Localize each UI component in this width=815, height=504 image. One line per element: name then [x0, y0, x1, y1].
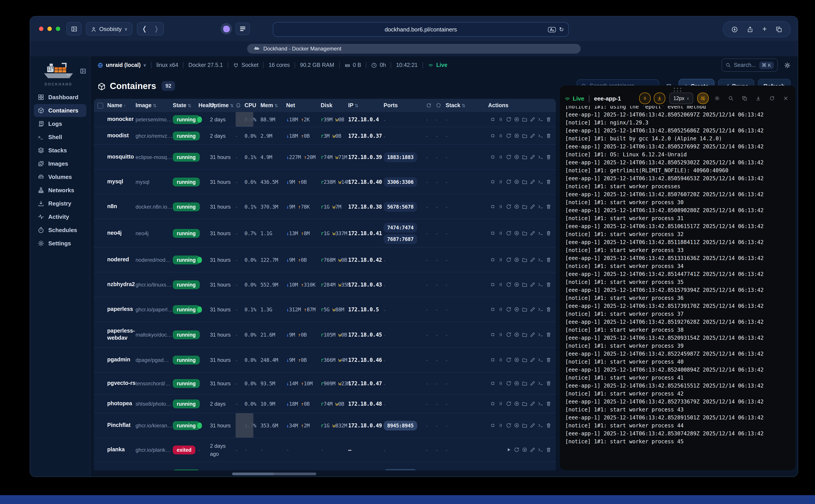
global-search-input[interactable]: Search...⌘ K: [721, 58, 778, 72]
stop-action-button[interactable]: [490, 423, 496, 428]
sidebar-item-settings[interactable]: Settings: [34, 237, 86, 250]
logs-eye-action-button[interactable]: [514, 116, 520, 122]
pause-action-button[interactable]: [498, 154, 504, 160]
trash-action-button[interactable]: [546, 257, 551, 263]
trash-action-button[interactable]: [546, 423, 551, 428]
url-bar[interactable]: dockhand.bor6.pl/containers Aₓ ↻: [273, 22, 569, 37]
restart-action-button[interactable]: [506, 116, 512, 122]
edit-action-button[interactable]: [530, 154, 536, 160]
restart-action-button[interactable]: [506, 423, 512, 428]
stop-action-button[interactable]: [490, 179, 496, 185]
zoom-window-button[interactable]: [56, 27, 60, 31]
container-row-neo4j[interactable]: neo4jneo4jrunning-31 hours-0.7%1.1G↓13M …: [94, 219, 556, 248]
stop-action-button[interactable]: [490, 116, 496, 122]
edit-action-button[interactable]: [530, 423, 536, 428]
edit-action-button[interactable]: [530, 357, 536, 363]
container-row-planka[interactable]: plankaghcr.io/plank…exited-2 days ago---…: [94, 438, 556, 462]
reader-button[interactable]: [236, 23, 250, 35]
horizontal-scrollbar[interactable]: [232, 473, 316, 475]
stop-action-button[interactable]: [490, 204, 496, 209]
console-action-button[interactable]: [538, 179, 543, 185]
container-row-paperless[interactable]: paperlessghcr.io/paperl…running-31 hours…: [94, 297, 556, 322]
column-header-cpu[interactable]: CPU: [245, 102, 260, 109]
sidebar-item-dashboard[interactable]: Dashboard: [34, 91, 86, 104]
logs-eye-action-button[interactable]: [514, 179, 520, 185]
files-action-button[interactable]: [522, 179, 528, 185]
pause-action-button[interactable]: [498, 282, 504, 287]
trash-action-button[interactable]: [546, 116, 551, 122]
edit-action-button[interactable]: [530, 116, 536, 122]
log-brightness-button[interactable]: [712, 93, 722, 104]
pause-action-button[interactable]: [498, 306, 504, 312]
stop-action-button[interactable]: [490, 257, 496, 263]
restart-action-button[interactable]: [514, 447, 520, 453]
console-action-button[interactable]: [538, 447, 543, 453]
files-action-button[interactable]: [522, 423, 528, 428]
play-action-button[interactable]: [506, 447, 512, 453]
edit-action-button[interactable]: [530, 332, 536, 337]
column-header-actions[interactable]: Actions: [463, 102, 556, 109]
edit-action-button[interactable]: [530, 179, 536, 185]
column-header-uptime[interactable]: Uptime⇅: [210, 102, 236, 109]
pause-action-button[interactable]: [498, 401, 504, 407]
trash-action-button[interactable]: [546, 204, 551, 209]
trash-action-button[interactable]: [546, 380, 551, 386]
files-action-button[interactable]: [522, 133, 528, 139]
console-action-button[interactable]: [538, 332, 543, 337]
sidebar-toggle-button[interactable]: [66, 22, 81, 35]
edit-action-button[interactable]: [530, 401, 536, 407]
container-row-mosquitto[interactable]: mosquittoeclipse-mosq…running-31 hours-0…: [94, 145, 556, 170]
stop-action-button[interactable]: [490, 332, 496, 337]
column-header-disk[interactable]: Disk: [321, 102, 348, 109]
column-header-ports[interactable]: Ports: [384, 102, 426, 109]
stop-action-button[interactable]: [490, 380, 496, 386]
pause-action-button[interactable]: [498, 179, 504, 185]
trash-action-button[interactable]: [546, 401, 551, 407]
logs-eye-action-button[interactable]: [522, 447, 528, 453]
sidebar-item-activity[interactable]: Activity: [34, 210, 86, 223]
edit-action-button[interactable]: [530, 282, 536, 287]
log-font-size-select[interactable]: 12px∨: [669, 93, 693, 104]
logs-eye-action-button[interactable]: [514, 133, 520, 139]
column-header-net[interactable]: Net: [286, 102, 321, 109]
edit-action-button[interactable]: [530, 133, 536, 139]
container-row-photopea[interactable]: photopeashtse8/photo…running-2 days-0.0%…: [94, 395, 556, 413]
restart-action-button[interactable]: [506, 230, 512, 236]
log-copy-button[interactable]: [739, 93, 750, 104]
pause-action-button[interactable]: [498, 230, 504, 236]
files-action-button[interactable]: [522, 306, 528, 312]
container-row-nzbhydra2[interactable]: nzbhydra2ghcr.io/linuxs…running-31 hours…: [94, 272, 556, 297]
translate-icon[interactable]: Aₓ: [548, 27, 556, 32]
log-drag-handle[interactable]: [674, 88, 682, 92]
logs-eye-action-button[interactable]: [514, 282, 520, 287]
container-row-pgvecto-rs[interactable]: pgvecto-rstensorchord/…running-31 hours-…: [94, 372, 556, 395]
column-header-ip[interactable]: IP⇅: [348, 102, 384, 109]
console-action-button[interactable]: [538, 257, 543, 263]
close-window-button[interactable]: [39, 27, 43, 31]
container-row-nodered[interactable]: noderednodered/nod…running-31 hours-0.0%…: [94, 248, 556, 272]
sidebar-item-shell[interactable]: >_Shell: [34, 131, 86, 143]
container-row-paperless-webdav[interactable]: paperless-webdavmaltokyo/doc…running-31 …: [94, 322, 556, 348]
logs-eye-action-button[interactable]: [514, 257, 520, 263]
reload-icon[interactable]: ↻: [559, 26, 564, 33]
column-header-mem[interactable]: Mem⇅: [260, 102, 286, 109]
restart-action-button[interactable]: [506, 154, 512, 160]
container-row-monocker[interactable]: monockerpetersem/mo…running-2 days-0.0%8…: [94, 112, 556, 127]
pause-action-button[interactable]: [498, 332, 504, 337]
sidebar-item-schedules[interactable]: Schedules: [34, 224, 86, 236]
console-action-button[interactable]: [538, 423, 543, 428]
edit-action-button[interactable]: [530, 447, 536, 453]
log-search-button[interactable]: [726, 93, 736, 104]
files-action-button[interactable]: [522, 380, 528, 386]
sidebar-item-stacks[interactable]: Stacks: [34, 144, 86, 157]
logs-eye-action-button[interactable]: [514, 332, 520, 337]
edit-action-button[interactable]: [530, 257, 536, 263]
column-header-state[interactable]: State⇅: [173, 102, 198, 109]
stop-action-button[interactable]: [490, 133, 496, 139]
logs-eye-action-button[interactable]: [514, 154, 520, 160]
files-action-button[interactable]: [522, 230, 528, 236]
stop-action-button[interactable]: [490, 230, 496, 236]
trash-action-button[interactable]: [546, 230, 551, 236]
restart-action-button[interactable]: [506, 179, 512, 185]
files-action-button[interactable]: [522, 357, 528, 363]
